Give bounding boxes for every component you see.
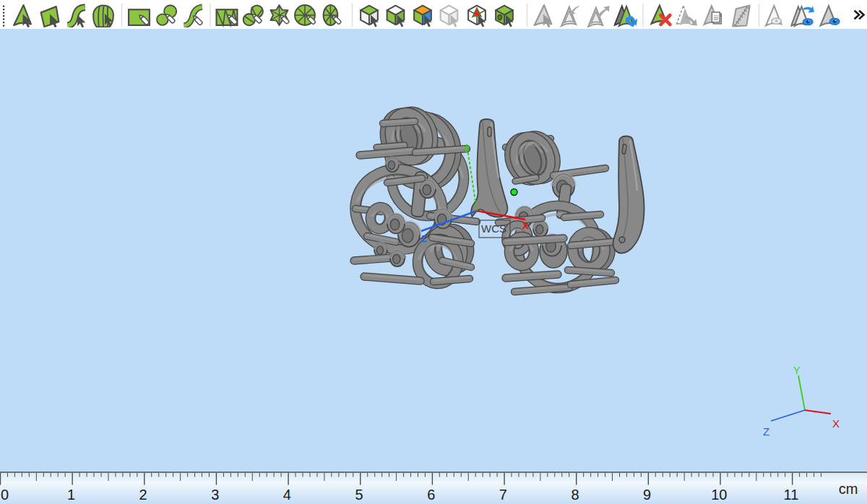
svg-text:Z: Z <box>421 233 427 244</box>
svg-text:WCS: WCS <box>481 222 506 235</box>
svg-text:7: 7 <box>499 487 507 503</box>
svg-text:9: 9 <box>643 487 651 503</box>
svg-text:5: 5 <box>355 487 363 503</box>
svg-text:cm: cm <box>839 481 858 497</box>
svg-text:11: 11 <box>784 487 799 503</box>
svg-text:X: X <box>832 417 840 430</box>
svg-text:2: 2 <box>139 487 147 503</box>
svg-text:6: 6 <box>427 487 435 503</box>
svg-text:0: 0 <box>1 487 9 503</box>
svg-text:4: 4 <box>283 487 291 503</box>
svg-text:Y: Y <box>463 144 470 155</box>
svg-text:1: 1 <box>67 487 75 503</box>
svg-text:8: 8 <box>571 487 579 503</box>
svg-text:Z: Z <box>763 425 769 438</box>
svg-text:10: 10 <box>711 487 727 503</box>
svg-text:Y: Y <box>793 365 801 376</box>
svg-text:X: X <box>522 220 529 231</box>
svg-text:3: 3 <box>211 487 219 503</box>
